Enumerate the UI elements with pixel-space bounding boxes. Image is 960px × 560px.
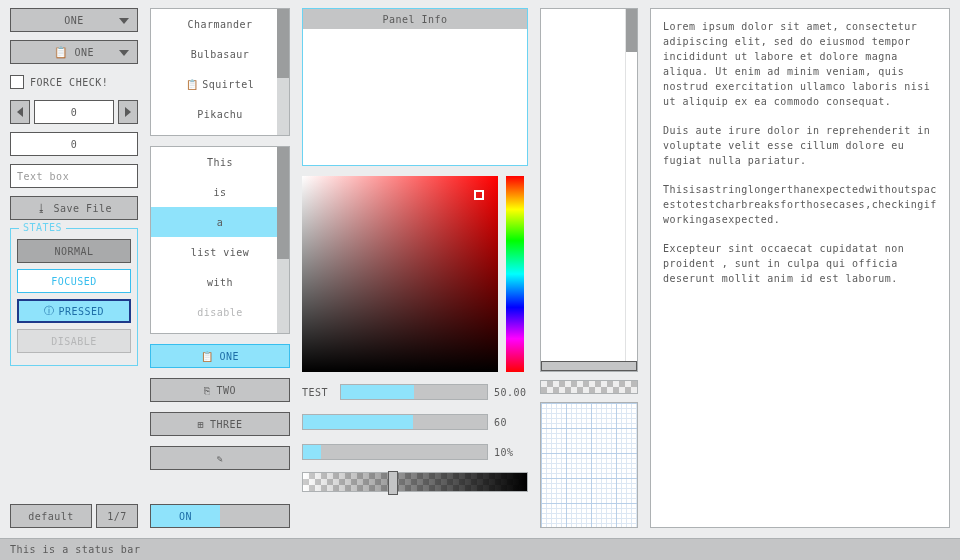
pager-page-indicator: 1/7 [96,504,138,528]
pencil-icon: ✎ [217,453,224,464]
paragraph: Lorem ipsum dolor sit amet, consectetur … [663,19,937,109]
status-text: This is a status bar [10,544,140,555]
slider-label: TEST [302,387,334,398]
iconbtn-three[interactable]: ⊞THREE [150,412,290,436]
color-sv-area[interactable] [302,176,498,372]
vertical-range[interactable] [540,8,638,372]
force-check-checkbox[interactable]: FORCE CHECK! [10,72,138,92]
slider-test: TEST 50.00 [302,382,528,402]
gradient-slider[interactable] [302,472,528,492]
dropdown-two[interactable]: 📋 ONE [10,40,138,64]
on-off-toggle[interactable]: ON [150,504,290,528]
clipboard-icon: 📋 [54,46,69,59]
range-knob-icon[interactable] [541,361,637,371]
scrollbar[interactable] [277,147,289,333]
state-disable-button: DISABLE [17,329,131,353]
info-icon: ⓘ [44,304,55,318]
slider-value: 60 [494,417,528,428]
download-icon: ⭳ [36,202,48,215]
numeric-spinner: 0 [10,100,138,124]
list-item[interactable]: Pikachu [151,99,289,129]
plot-grid[interactable] [540,402,638,528]
chevron-down-icon [119,50,129,56]
list-item: disable [151,297,289,327]
scrollbar[interactable] [625,9,637,371]
slider-value: 50.00 [494,387,528,398]
spinner-value[interactable]: 0 [34,100,114,124]
checkbox-label: FORCE CHECK! [30,77,108,88]
status-bar: This is a status bar [0,538,960,560]
slider-track[interactable] [302,444,488,460]
chevron-left-icon [17,107,23,117]
list-item[interactable]: with [151,267,289,297]
alpha-swatch [540,380,638,394]
states-legend: STATES [19,222,66,233]
state-focused-button[interactable]: FOCUSED [17,269,131,293]
pokemon-list[interactable]: Charmander Bulbasaur 📋Squirtel Pikachu [150,8,290,136]
hue-slider[interactable] [506,176,524,372]
slider-60: 60 [302,412,528,432]
copy-icon: ⎘ [204,385,211,396]
paragraph: Excepteur sint occaecat cupidatat non pr… [663,241,937,286]
info-panel: Panel Info [302,8,528,166]
list-item[interactable]: Bulbasaur [151,39,289,69]
pager: default 1/7 [10,504,138,528]
clipboard-icon: 📋 [201,351,214,362]
paragraph: Duis aute irure dolor in reprehenderit i… [663,123,937,168]
slider-track[interactable] [340,384,488,400]
slider-value: 10% [494,447,528,458]
dropdown-two-label: ONE [74,47,94,58]
toggle-on-label: ON [151,505,220,527]
clipboard-icon: 📋 [186,79,199,90]
text-panel: Lorem ipsum dolor sit amet, consectetur … [650,8,950,528]
iconbtn-edit[interactable]: ✎ [150,446,290,470]
list-item[interactable]: 📋Squirtel [151,69,289,99]
save-file-button[interactable]: ⭳ Save File [10,196,138,220]
scrollbar[interactable] [277,9,289,135]
panel-title: Panel Info [303,9,527,29]
paragraph: Thisisastringlongerthanexpectedwithoutsp… [663,182,937,227]
demo-listview[interactable]: This is a list view with disable [150,146,290,334]
text-input[interactable]: Text box [10,164,138,188]
checkbox-box-icon [10,75,24,89]
chevron-right-icon [125,107,131,117]
state-normal-button[interactable]: NORMAL [17,239,131,263]
states-group: STATES NORMAL FOCUSED ⓘPRESSED DISABLE [10,228,138,366]
chevron-down-icon [119,18,129,24]
list-item[interactable]: Charmander [151,9,289,39]
color-handle-icon[interactable] [474,190,484,200]
dropdown-one[interactable]: ONE [10,8,138,32]
list-item[interactable]: is [151,177,289,207]
pager-default-button[interactable]: default [10,504,92,528]
iconbtn-one[interactable]: 📋ONE [150,344,290,368]
iconbtn-two[interactable]: ⎘TWO [150,378,290,402]
list-item[interactable]: This [151,147,289,177]
slider-10pct: 10% [302,442,528,462]
spinner-dec-button[interactable] [10,100,30,124]
spinner-inc-button[interactable] [118,100,138,124]
dropdown-one-label: ONE [64,15,84,26]
slider-knob-icon[interactable] [388,471,398,495]
numeric-field[interactable]: 0 [10,132,138,156]
state-pressed-button[interactable]: ⓘPRESSED [17,299,131,323]
slider-track[interactable] [302,414,488,430]
list-item[interactable]: a [151,207,289,237]
list-item[interactable]: list view [151,237,289,267]
color-picker [302,176,528,372]
panel-body [303,29,527,165]
plus-square-icon: ⊞ [197,419,204,430]
